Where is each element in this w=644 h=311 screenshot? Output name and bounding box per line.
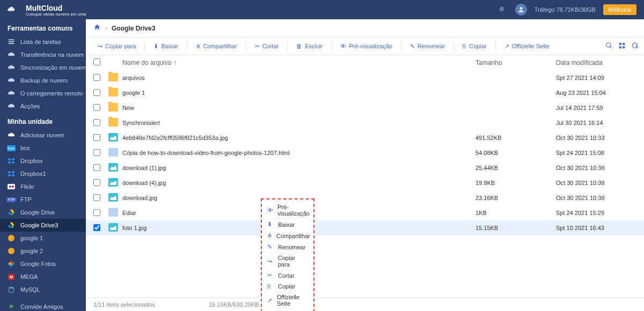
ctx-renomear[interactable]: ✎Renomear bbox=[262, 241, 313, 253]
size-status: 15.15KB/630.25KB bbox=[209, 301, 259, 308]
statusbar: 1/11 itens selecionados 15.15KB/630.25KB bbox=[86, 298, 644, 311]
file-date: Spt 24 2021 15:08 bbox=[556, 150, 636, 156]
sidebar-drive-8[interactable]: google 1 bbox=[0, 232, 86, 245]
sidebar-common-4[interactable]: O carregamento remoto bbox=[0, 87, 86, 100]
cloud-icon bbox=[8, 51, 15, 58]
file-row[interactable]: NewJul 14 2021 17:59 bbox=[86, 100, 644, 115]
row-checkbox[interactable] bbox=[93, 164, 100, 171]
ctx-icon: ✂ bbox=[267, 272, 274, 279]
col-name-header[interactable]: Nome do arquivo↑ bbox=[122, 59, 475, 66]
row-checkbox[interactable] bbox=[93, 209, 100, 216]
sidebar-drive-0[interactable]: Adicionar nuvem bbox=[0, 129, 86, 142]
drive-icon bbox=[8, 234, 15, 242]
breadcrumb-current[interactable]: Google Drive3 bbox=[112, 25, 155, 32]
svg-rect-14 bbox=[623, 42, 625, 45]
row-checkbox[interactable] bbox=[93, 89, 100, 96]
tool-baixar[interactable]: ⬇Baixar bbox=[147, 37, 184, 55]
sidebar-drive-10[interactable]: Google Fotos bbox=[0, 257, 86, 270]
tool-pré-visualização[interactable]: 👁Pré-visualização bbox=[334, 37, 399, 55]
sidebar-drive-4[interactable]: Flickr bbox=[0, 180, 86, 193]
sidebar-drive-9[interactable]: google 2 bbox=[0, 245, 86, 257]
file-row[interactable]: Cópia de how-to-download-video-from-goog… bbox=[86, 145, 644, 160]
drive-icon bbox=[8, 247, 15, 255]
file-row[interactable]: download (4).jpg19.9KBOct 30 2021 10:38 bbox=[86, 175, 644, 190]
sidebar-common-0[interactable]: Lista de tarefas bbox=[0, 35, 86, 48]
ctx-excluir[interactable]: 🗑Excluir bbox=[262, 309, 313, 311]
sidebar-drive-12[interactable]: MySQL bbox=[0, 283, 86, 296]
tool-copiar-para[interactable]: ↪Copiar para bbox=[91, 37, 142, 55]
bell-icon[interactable] bbox=[496, 4, 508, 16]
img-icon bbox=[108, 193, 118, 202]
refresh-icon[interactable] bbox=[631, 42, 639, 51]
drive-icon bbox=[8, 157, 15, 165]
sidebar-common-1[interactable]: Transferência na nuvem bbox=[0, 48, 86, 61]
brand-tagline: Coloque várias nuvens em uma bbox=[26, 12, 86, 17]
file-row[interactable]: 4eb848e7fd2e2fcff0596f821c5d353a.jpg491.… bbox=[86, 130, 644, 145]
tool-icon: 👁 bbox=[340, 43, 346, 49]
file-row[interactable]: download (1).jpg25.44KBOct 30 2021 10:38 bbox=[86, 160, 644, 175]
select-all-checkbox[interactable] bbox=[93, 58, 100, 65]
row-checkbox[interactable] bbox=[93, 74, 100, 81]
sidebar-drive-1[interactable]: boxbox bbox=[0, 142, 86, 154]
sidebar-drive-2[interactable]: Dropbox bbox=[0, 154, 86, 167]
tool-cortar[interactable]: ✂Cortar bbox=[248, 37, 286, 55]
sidebar-common-2[interactable]: Sincronização em nuvem bbox=[0, 61, 86, 74]
row-checkbox[interactable] bbox=[93, 224, 100, 231]
row-checkbox[interactable] bbox=[93, 104, 100, 111]
file-date: Oct 30 2021 10:38 bbox=[556, 165, 636, 171]
cloud-icon bbox=[8, 64, 15, 71]
row-checkbox[interactable] bbox=[93, 119, 100, 126]
sidebar-drive-6[interactable]: Google Drive bbox=[0, 206, 86, 219]
svg-rect-15 bbox=[619, 46, 621, 48]
tool-copiar[interactable]: ⎘Copiar bbox=[456, 37, 493, 55]
ctx-compartilhar[interactable]: ⋔Compartilhar bbox=[262, 230, 313, 241]
ctx-cortar[interactable]: ✂Cortar bbox=[262, 270, 313, 281]
tool-renomear[interactable]: ✎Renomear bbox=[404, 37, 451, 55]
tool-icon: ⋔ bbox=[196, 43, 201, 50]
file-row[interactable]: SynchronisiertJul 30 2021 16:14 bbox=[86, 115, 644, 130]
tool-offizielle-seite[interactable]: ↗Offizielle Seite bbox=[498, 37, 556, 55]
row-checkbox[interactable] bbox=[93, 179, 100, 186]
ctx-copiar[interactable]: ⎘Copiar bbox=[262, 281, 313, 292]
tool-excluir[interactable]: 🗑Excluir bbox=[290, 37, 329, 55]
sidebar-drive-7[interactable]: Google Drive3 bbox=[0, 219, 86, 232]
ctx-offizielle-seite[interactable]: ↗Offizielle Seite bbox=[262, 292, 313, 309]
breadcrumb: › Google Drive3 bbox=[86, 19, 644, 37]
file-row[interactable]: Ediar1KBSpt 24 2021 15:29 bbox=[86, 205, 644, 220]
logo[interactable]: MultCloud Coloque várias nuvens em uma bbox=[8, 3, 86, 17]
file-date: Spt 24 2021 15:29 bbox=[556, 210, 636, 216]
home-icon[interactable] bbox=[93, 24, 101, 33]
avatar-icon[interactable] bbox=[515, 4, 527, 16]
file-row[interactable]: arquivosSpt 27 2021 14:09 bbox=[86, 70, 644, 85]
svg-point-11 bbox=[606, 42, 611, 47]
sidebar-drive-5[interactable]: FTPFTP bbox=[0, 193, 86, 206]
file-row[interactable]: download.jpg23.16KBOct 30 2021 10:38 bbox=[86, 190, 644, 205]
svg-rect-16 bbox=[623, 46, 625, 48]
drive-icon bbox=[8, 286, 15, 293]
grid-view-icon[interactable] bbox=[618, 42, 626, 51]
ctx-baixar[interactable]: ⬇Baixar bbox=[262, 219, 313, 230]
ctx-pré-visualização[interactable]: 👁Pré-visualização bbox=[262, 202, 313, 219]
img-icon bbox=[108, 223, 118, 232]
upgrade-button[interactable]: Melhoria bbox=[603, 4, 636, 15]
col-date-header[interactable]: Data modificada bbox=[556, 59, 636, 66]
file-name: New bbox=[122, 105, 475, 111]
folder-icon bbox=[108, 88, 118, 97]
sidebar-common-5[interactable]: Acções bbox=[0, 100, 86, 113]
file-row[interactable]: google 1Aug 23 2021 15:04 bbox=[86, 85, 644, 100]
sidebar-common-3[interactable]: Backup de nuvem bbox=[0, 74, 86, 87]
img-icon bbox=[108, 178, 118, 187]
tool-compartilhar[interactable]: ⋔Compartilhar bbox=[189, 37, 244, 55]
row-checkbox[interactable] bbox=[93, 194, 100, 201]
sidebar-drive-11[interactable]: MMEGA bbox=[0, 270, 86, 283]
ctx-copiar-para[interactable]: ↪Copiar para bbox=[262, 253, 313, 270]
row-checkbox[interactable] bbox=[93, 149, 100, 156]
sidebar-footer-0[interactable]: Convide Amigos bbox=[0, 300, 86, 311]
sidebar-drive-3[interactable]: Dropbox1 bbox=[0, 167, 86, 180]
cloud-icon bbox=[8, 77, 15, 84]
row-checkbox[interactable] bbox=[93, 134, 100, 141]
folder-icon bbox=[108, 118, 118, 127]
search-icon[interactable] bbox=[605, 42, 613, 51]
file-row[interactable]: foto 1.jpg15.15KBSpt 10 2021 16:43 bbox=[86, 220, 644, 235]
col-size-header[interactable]: Tamanho bbox=[475, 59, 556, 66]
